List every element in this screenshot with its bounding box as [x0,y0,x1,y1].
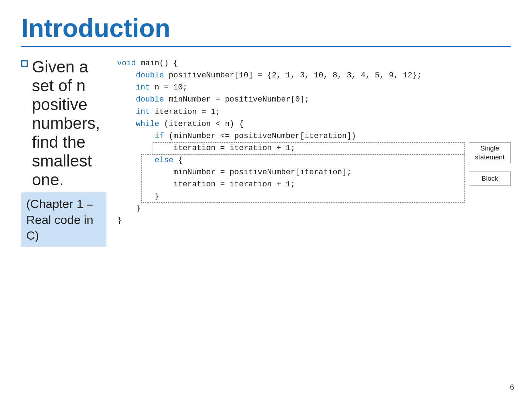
code-line-6: if (minNumber <= positiveNumber[iteratio… [117,130,511,142]
kw-int-n: int [136,83,150,92]
code-block: void main() { double positiveNumber[10] … [117,58,511,227]
annotated-region: if (minNumber <= positiveNumber[iteratio… [117,130,511,203]
code-line-4: int iteration = 1; [117,106,511,118]
code-line-9: minNumber = positiveNumber[iteration]; [117,166,511,179]
code-line-3: double minNumber = positiveNumber[0]; [117,94,511,106]
left-panel: Given aset of npositivenumbers,find thes… [21,58,114,247]
kw-else: else [155,156,174,165]
kw-void: void [117,59,136,68]
bullet-text: Given aset of npositivenumbers,find thes… [32,58,100,189]
kw-double-2: double [136,95,164,104]
kw-if: if [155,132,164,141]
block-region: else { minNumber = positiveNumber[iterat… [117,154,511,203]
content-area: Given aset of npositivenumbers,find thes… [21,58,511,247]
page-number: 6 [510,383,514,392]
right-panel: void main() { double positiveNumber[10] … [114,58,511,247]
single-stmt-region: iteration = iteration + 1; Singlestateme… [117,142,511,154]
iteration-label: iteration [173,180,215,189]
bullet-item: Given aset of npositivenumbers,find thes… [21,58,106,189]
slide-title: Introduction [21,14,511,42]
code-line-2: int n = 10; [117,82,511,94]
kw-int-iter: int [136,108,150,116]
code-line-12: } [117,203,511,215]
title-underline [21,46,511,47]
code-line-5: while (iteration < n) { [117,118,511,130]
code-line-8: else { [117,154,511,166]
chapter-box: (Chapter 1 – Real code in C) [21,192,106,247]
kw-double-1: double [136,71,164,80]
code-line-13: } [117,215,511,227]
slide-container: Introduction Given aset of npositivenumb… [0,0,532,399]
bullet-square-icon [21,60,28,67]
code-line-11: } [117,191,511,203]
code-line-0: void main() { [117,58,511,70]
code-line-1: double positiveNumber[10] = {2, 1, 3, 10… [117,70,511,82]
code-line-10: iteration = iteration + 1; [117,179,511,191]
block-box: Block [469,171,511,185]
code-line-7: iteration = iteration + 1; [117,142,511,154]
kw-while: while [136,120,159,129]
